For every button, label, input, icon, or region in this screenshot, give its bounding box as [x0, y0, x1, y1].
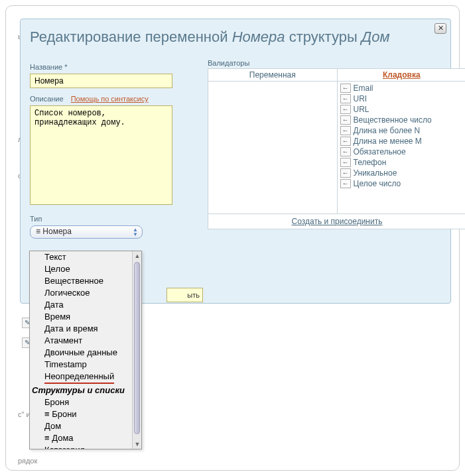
type-option[interactable]: Дата и время [30, 323, 132, 335]
syntax-help-link[interactable]: Помощь по синтаксису [71, 95, 149, 103]
type-option[interactable]: ≡ Дома [30, 432, 132, 444]
type-option[interactable]: ≡ Брони [30, 408, 132, 420]
validator-item: ←Телефон [340, 157, 464, 168]
title-variable-name: Номера [232, 29, 285, 45]
type-group-header: Структуры и списки [30, 385, 132, 396]
description-label: Описание [30, 95, 64, 103]
validator-item: ←Email [340, 83, 464, 93]
validator-name[interactable]: Вещественное число [354, 115, 432, 125]
type-option[interactable]: Время [30, 311, 132, 323]
type-option[interactable]: Дата [30, 299, 132, 311]
type-label: Тип [30, 215, 196, 223]
create-and-attach-link[interactable]: Создать и присоединить [292, 217, 383, 226]
validator-name[interactable]: Email [354, 84, 373, 93]
assign-arrow-icon[interactable]: ← [340, 84, 351, 93]
form-left-column: Название * Описание Помощь по синтаксису… [30, 59, 196, 239]
validator-item: ←Длина не более N [340, 125, 464, 136]
type-dropdown[interactable]: ТекстЦелоеВещественноеЛогическоеДатаВрем… [29, 251, 142, 449]
description-label-row: Описание Помощь по синтаксису [30, 95, 196, 103]
scroll-thumb[interactable] [134, 262, 140, 434]
name-input[interactable] [30, 74, 172, 88]
type-option[interactable]: Броня [30, 396, 132, 408]
validator-item: ←URL [340, 104, 464, 115]
type-select-value: ≡ Номера [36, 227, 72, 236]
scroll-up-icon[interactable]: ▲ [133, 251, 142, 261]
dialog-title: Редактирование переменной Номера структу… [21, 19, 450, 52]
validator-name[interactable]: URI [354, 94, 367, 103]
validator-item: ←Вещественное число [340, 115, 464, 125]
name-label: Название * [30, 63, 196, 71]
validators-available-cell: ←Email←URI←URL←Вещественное число←Длина … [337, 82, 465, 214]
assign-arrow-icon[interactable]: ← [340, 115, 351, 125]
type-option[interactable]: Дом [30, 420, 132, 432]
validator-name[interactable]: Уникальное [354, 168, 397, 178]
type-option[interactable]: Текст [30, 251, 132, 263]
validator-item: ←Длина не менее M [340, 136, 464, 147]
type-option[interactable]: Логическое [30, 287, 132, 299]
validators-panel: Валидаторы Переменная Кладовка ←Email←UR… [208, 59, 465, 229]
validator-item: ←Уникальное [340, 168, 464, 178]
close-icon[interactable]: ✕ [434, 23, 446, 34]
validators-label: Валидаторы [208, 59, 465, 67]
assign-arrow-icon[interactable]: ← [340, 158, 351, 167]
assign-arrow-icon[interactable]: ← [340, 147, 351, 156]
assign-arrow-icon[interactable]: ← [340, 126, 351, 135]
validator-name[interactable]: Длина не менее M [354, 137, 422, 146]
assign-arrow-icon[interactable]: ← [340, 94, 351, 103]
type-option[interactable]: Вещественное [30, 275, 132, 287]
assign-arrow-icon[interactable]: ← [340, 137, 351, 146]
type-option[interactable]: Двоичные данные [30, 347, 132, 359]
scroll-down-icon[interactable]: ▼ [133, 440, 142, 449]
title-structure-name: Дом [362, 29, 390, 45]
dialog-close-button[interactable]: ыть [166, 288, 203, 302]
assign-arrow-icon[interactable]: ← [340, 105, 351, 114]
validators-table: Переменная Кладовка ←Email←URI←URL←Вещес… [208, 68, 465, 229]
assign-arrow-icon[interactable]: ← [340, 179, 351, 188]
validator-item: ←Целое число [340, 178, 464, 189]
validators-assigned-cell [208, 82, 338, 214]
type-select[interactable]: ≡ Номера ▲▼ [30, 225, 143, 239]
validator-name[interactable]: Телефон [354, 158, 387, 167]
validator-item: ←Обязательное [340, 147, 464, 157]
type-option[interactable]: Атачмент [30, 335, 132, 347]
title-mid: структуры [285, 29, 362, 45]
dropdown-scrollbar[interactable]: ▲ ▼ [132, 251, 141, 449]
type-option[interactable]: Категория [30, 444, 132, 449]
validator-name[interactable]: Обязательное [354, 147, 406, 156]
type-option[interactable]: Неопределенный [30, 371, 132, 385]
type-option[interactable]: Timestamp [30, 359, 132, 371]
type-option[interactable]: Целое [30, 263, 132, 275]
validator-name[interactable]: Длина не более N [354, 126, 421, 135]
title-prefix: Редактирование переменной [30, 29, 232, 45]
assign-arrow-icon[interactable]: ← [340, 168, 351, 178]
validators-col-storage[interactable]: Кладовка [337, 69, 465, 82]
validator-name[interactable]: Целое число [354, 179, 401, 188]
bg-text: рядок [18, 457, 37, 470]
validators-col-variable: Переменная [208, 69, 338, 82]
validator-item: ←URI [340, 93, 464, 104]
description-textarea[interactable]: Список номеров, принадлежащих дому. [30, 105, 172, 205]
chevron-updown-icon: ▲▼ [131, 227, 139, 237]
validator-name[interactable]: URL [354, 105, 369, 114]
